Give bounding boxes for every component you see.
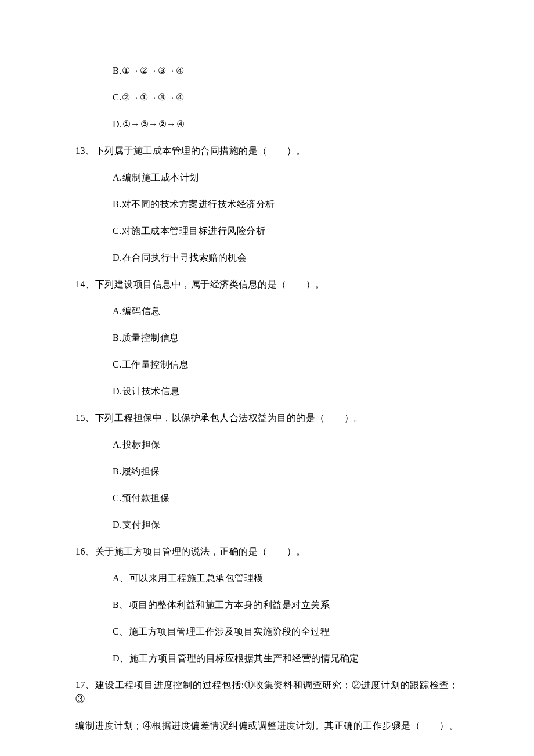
question-13-option-d: D.在合同执行中寻找索赔的机会	[75, 251, 459, 265]
question-15-option-d: D.支付担保	[75, 518, 459, 532]
previous-question-option-c: C.②→①→③→④	[75, 91, 459, 105]
question-16-option-a: A、可以来用工程施工总承包管理模	[75, 571, 459, 585]
question-16-option-b: B、项目的整体利益和施工方本身的利益是对立关系	[75, 598, 459, 612]
question-14-option-d: D.设计技术信息	[75, 384, 459, 398]
question-17-stem-line-2: 编制进度计划；④根据进度偏差情况纠偏或调整进度计划。其正确的工作步骤是（ ）。	[75, 719, 459, 733]
question-16-stem: 16、关于施工方项目管理的说法，正确的是（ ）。	[75, 545, 459, 559]
question-14-stem: 14、下列建设项目信息中，属于经济类信息的是（ ）。	[75, 278, 459, 291]
question-14-option-a: A.编码信息	[75, 304, 459, 318]
question-13-option-a: A.编制施工成本计划	[75, 171, 459, 185]
question-16-option-c: C、施工方项目管理工作涉及项目实施阶段的全过程	[75, 625, 459, 639]
question-13-option-b: B.对不同的技术方案进行技术经济分析	[75, 197, 459, 211]
question-17-stem-line-1: 17、建设工程项目进度控制的过程包括:①收集资料和调查研究；②进度计划的跟踪检查…	[75, 678, 459, 706]
question-13-option-c: C.对施工成本管理目标进行风险分析	[75, 224, 459, 238]
question-14-option-b: B.质量控制信息	[75, 331, 459, 345]
question-14-option-c: C.工作量控制信息	[75, 358, 459, 372]
question-15-option-c: C.预付款担保	[75, 491, 459, 505]
question-13-stem: 13、下列属于施工成本管理的合同措施的是（ ）。	[75, 144, 459, 158]
previous-question-option-b: B.①→②→③→④	[75, 64, 459, 78]
question-15-option-a: A.投标担保	[75, 438, 459, 452]
question-15-option-b: B.履约担保	[75, 465, 459, 478]
previous-question-option-d: D.①→③→②→④	[75, 117, 459, 131]
question-15-stem: 15、下列工程担保中，以保护承包人合法权益为目的的是（ ）。	[75, 411, 459, 425]
question-16-option-d: D、施工方项目管理的目标应根据其生产和经营的情兄确定	[75, 651, 459, 665]
